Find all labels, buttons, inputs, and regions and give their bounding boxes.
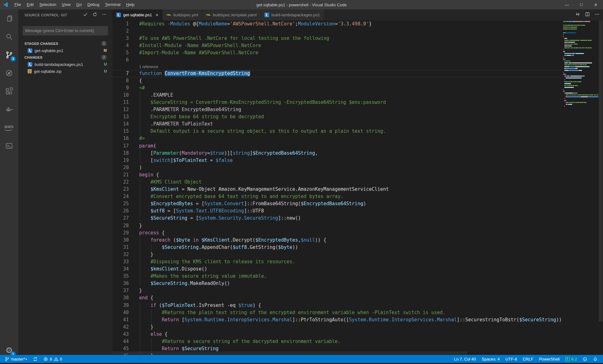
minimap[interactable] (562, 20, 598, 355)
close-icon[interactable]: ✕ (589, 0, 603, 9)
activity-docker-icon[interactable] (0, 100, 18, 119)
vertical-scrollbar[interactable] (598, 20, 603, 355)
tab-build-lambdapackages.ps1[interactable]: build-lambdapackages.ps1 (261, 9, 324, 20)
tab-buildspec.yml[interactable]: YMLbuildspec.yml (163, 9, 202, 20)
code-line-14[interactable]: 14 .PARAMETER ToPlainText (112, 120, 562, 128)
code-line-5[interactable]: 5#Import-Module -Name AWSPowerShell.NetC… (112, 49, 562, 56)
activity-aws-icon[interactable]: aws (0, 119, 18, 137)
code-text: } (139, 324, 153, 331)
code-line-30[interactable]: 30 foreach ($byte in $KmsClient.Decrypt(… (112, 237, 562, 244)
activity-extensions-icon[interactable] (0, 82, 18, 100)
status-item[interactable]: Ln 7, Col 40 (451, 355, 479, 363)
status-item[interactable]: PowerShell (536, 355, 562, 363)
code-line-19[interactable]: 19 [switch]$ToPlainText = $false (112, 157, 562, 164)
more-icon[interactable] (595, 12, 600, 18)
tab-close-icon[interactable]: ✕ (155, 13, 159, 17)
activity-search-icon[interactable] (0, 28, 18, 46)
status-item[interactable]: UTF-8 (503, 355, 520, 363)
code-line-29[interactable]: 29process { (112, 229, 562, 237)
code-line-18[interactable]: 18 [Parameter(Mandatory=$true)][string]$… (112, 150, 562, 157)
code-line-44[interactable]: 44 #Returns a secure string of the decry… (112, 338, 562, 345)
code-line-38[interactable]: 38end { (112, 294, 562, 302)
code-line-39[interactable]: 39 if ($ToPlainText.IsPresent -eq $true)… (112, 302, 562, 309)
activity-debug-icon[interactable] (0, 64, 18, 82)
scm-section-header[interactable]: CHANGES 2 (18, 54, 112, 61)
scm-file-item[interactable]: get-sqltable.zip U (18, 68, 112, 75)
scm-file-item[interactable]: get-sqltable.ps1 M (18, 47, 112, 54)
commit-check-icon[interactable] (83, 12, 88, 18)
more-icon[interactable] (102, 12, 107, 18)
code-line-17[interactable]: 17param( (112, 142, 562, 150)
code-line-27[interactable]: 27 $SecureString = [System.Security.Secu… (112, 215, 562, 222)
code-line-24[interactable]: 24 #Convert encrypted base 64 text strin… (112, 193, 562, 200)
code-line-22[interactable]: 22 #KMS Client Object (112, 179, 562, 186)
code-line-23[interactable]: 23 $KmsClient = New-Object Amazon.KeyMan… (112, 186, 562, 193)
code-line-34[interactable]: 34 $kmsClient.Dispose() (112, 265, 562, 273)
menu-edit[interactable]: Edit (24, 0, 36, 9)
code-line-7[interactable]: 7function ConvertFrom-KmsEncryptedString (112, 70, 562, 77)
open-changes-icon[interactable] (575, 12, 580, 18)
code-line-1[interactable]: 1#Requires -Modules @{ModuleName='AWSPow… (112, 20, 562, 28)
status-branch-icon[interactable]: master*+ (2, 355, 30, 363)
menu-go[interactable]: Go (73, 0, 84, 9)
horizontal-scrollbar[interactable] (112, 351, 467, 355)
code-line-3[interactable]: 3#To use AWS PowerShell .NetCore for loc… (112, 35, 562, 42)
activity-explorer-icon[interactable] (0, 9, 18, 28)
code-editor[interactable]: 1#Requires -Modules @{ModuleName='AWSPow… (112, 20, 603, 355)
status-powershell-version[interactable]: 6.2 (562, 355, 580, 363)
tab-get-sqltable.ps1[interactable]: get-sqltable.ps1✕ (112, 9, 163, 20)
code-line-9[interactable]: 9<# (112, 84, 562, 92)
code-line-26[interactable]: 26 $utf8 = [System.Text.UTF8Encoding]::U… (112, 207, 562, 215)
code-line-28[interactable]: 28} (112, 222, 562, 229)
scm-file-item[interactable]: build-lambdapackages.ps1 U (18, 61, 112, 68)
menu-file[interactable]: File (12, 0, 24, 9)
status-smiley-icon[interactable] (580, 355, 590, 363)
code-line-36[interactable]: 36 $SecureString.MakeReadOnly() (112, 280, 562, 287)
commit-message-input[interactable]: Message (press Ctrl+Enter to commit) (23, 26, 108, 35)
code-line-4[interactable]: 4#Install-Module -Name AWSPowerShell.Net… (112, 42, 562, 49)
code-line-33[interactable]: 33 #Disposing the KMS client to release … (112, 258, 562, 265)
menu-view[interactable]: View (59, 0, 73, 9)
code-text: $utf8 = [System.Text.UTF8Encoding]::UTF8 (139, 207, 264, 215)
activity-powershell-icon[interactable] (0, 137, 18, 155)
tab-buildspec.template.yaml[interactable]: YMLbuildspec.template.yaml (202, 9, 261, 20)
minimize-icon[interactable]: — (560, 0, 574, 9)
code-line-40[interactable]: 40 #Returns the plain text string of the… (112, 309, 562, 316)
status-item[interactable]: CRLF (520, 355, 536, 363)
code-line-16[interactable]: 16#> (112, 135, 562, 142)
menu-selection[interactable]: Selection (36, 0, 59, 9)
menu-terminal[interactable]: Terminal (102, 0, 123, 9)
code-line-8[interactable]: 8{ (112, 77, 562, 84)
code-line-10[interactable]: 10 .EXAMPLE (112, 92, 562, 99)
code-line-12[interactable]: 12 .PARAMETER EncryptedBase64String (112, 106, 562, 113)
code-line-25[interactable]: 25 $EncryptedBytes = [System.Convert]::F… (112, 200, 562, 207)
status-sync-icon[interactable] (30, 355, 41, 363)
status-bell-icon[interactable] (590, 355, 600, 363)
code-line-13[interactable]: 13 Encrypted base 64 string to be decryp… (112, 113, 562, 120)
codelens-reference[interactable]: 1 reference (112, 64, 562, 70)
code-line-43[interactable]: 43 else { (112, 331, 562, 338)
code-line-11[interactable]: 11 $SecureString = ConvertFrom-KmsEncryp… (112, 99, 562, 106)
code-line-21[interactable]: 21begin { (112, 171, 562, 179)
split-editor-icon[interactable] (585, 12, 590, 18)
maximize-icon[interactable]: ☐ (574, 0, 589, 9)
status-item[interactable]: Spaces: 4 (479, 355, 503, 363)
code-line-31[interactable]: 31 $SecureString.AppendChar($utf8.GetStr… (112, 244, 562, 251)
line-number: 2 (112, 28, 129, 35)
code-line-41[interactable]: 41 Return [System.Runtime.InteropService… (112, 316, 562, 324)
status-error-icon[interactable]: 80 (41, 355, 65, 363)
code-line-35[interactable]: 35 #Makes the secure string value immuta… (112, 273, 562, 280)
code-line-37[interactable]: 37} (112, 287, 562, 294)
code-line-15[interactable]: 15 Default output is a secure string obj… (112, 128, 562, 135)
code-line-2[interactable]: 2 (112, 28, 562, 35)
menu-help[interactable]: Help (123, 0, 138, 9)
code-line-32[interactable]: 32 } (112, 251, 562, 258)
code-line-6[interactable]: 6 (112, 56, 562, 64)
menu-debug[interactable]: Debug (84, 0, 102, 9)
refresh-icon[interactable] (92, 12, 97, 18)
code-line-42[interactable]: 42 } (112, 324, 562, 331)
code-line-20[interactable]: 20) (112, 164, 562, 171)
activity-source-control-icon[interactable]: 3 (0, 46, 18, 64)
scm-section-header[interactable]: STAGED CHANGES 1 (18, 40, 112, 47)
line-number: 33 (112, 258, 129, 265)
